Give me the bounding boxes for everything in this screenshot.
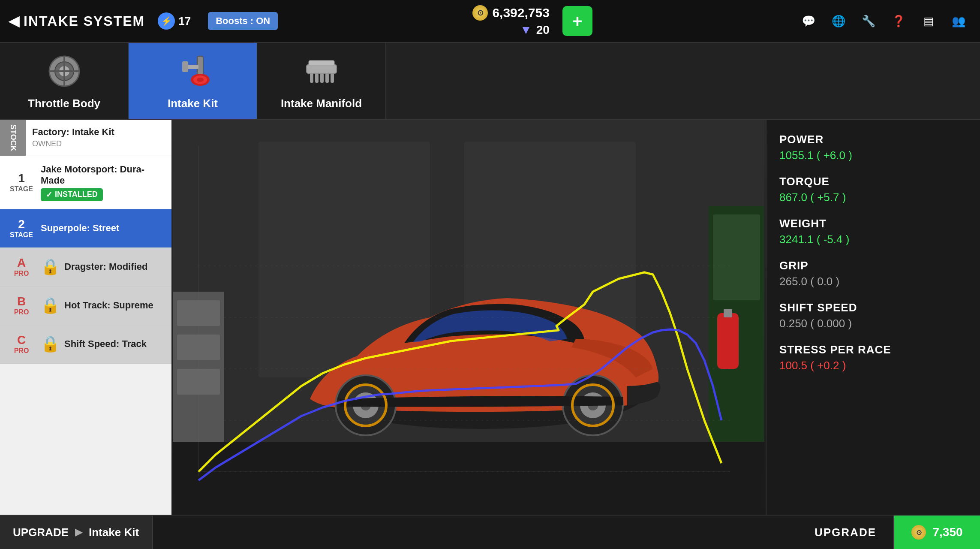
pro-a-badge: A PRO (9, 256, 34, 278)
intake-manifold-icon (300, 50, 343, 93)
main-content: STOCK Factory: Intake Kit OWNED 1 STAGE … (0, 120, 980, 515)
gem-icon: ▼ (520, 23, 532, 37)
upgrade-item-pro-a[interactable]: A PRO 🔒 Dragster: Modified (0, 248, 171, 287)
upgrade-item-stock[interactable]: STOCK Factory: Intake Kit OWNED (0, 120, 171, 156)
intake-kit-icon (171, 50, 214, 93)
cost-coin-icon: ⊙ (911, 525, 926, 540)
upgrade-item-pro-b[interactable]: B PRO 🔒 Hot Track: Supreme (0, 287, 171, 325)
installed-text: INSTALLED (55, 190, 98, 199)
stats-panel: POWER 1055.1 ( +6.0 ) TORQUE 867.0 ( +5.… (766, 120, 980, 515)
menu-icon[interactable]: ▤ (916, 8, 941, 34)
back-button[interactable]: ◀ INTAKE SYSTEM (9, 13, 145, 29)
svg-rect-10 (182, 61, 188, 72)
lock-icon-c: 🔒 (41, 335, 60, 353)
lock-icon-b: 🔒 (41, 296, 60, 314)
throttle-body-icon (43, 50, 86, 93)
gem-row: ▼ 20 (520, 23, 550, 37)
lightning-count: 17 (178, 15, 191, 28)
pro-a-info: Dragster: Modified (64, 261, 163, 272)
power-label: POWER (779, 133, 967, 146)
tab-throttle-body-label: Throttle Body (28, 97, 100, 110)
stage2-num: 2 (18, 217, 25, 231)
pro-c-num: C (17, 333, 26, 347)
shift-speed-label: SHIFT SPEED (779, 301, 967, 314)
svg-rect-28 (713, 214, 760, 300)
svg-rect-13 (315, 73, 319, 83)
upgrade-text: UPGRADE (13, 526, 69, 539)
pro-c-label: PRO (14, 347, 29, 355)
pro-a-name: Dragster: Modified (64, 261, 163, 272)
svg-rect-14 (320, 73, 324, 83)
stress-value: 100.5 ( +0.2 ) (779, 359, 967, 372)
stage1-badge: 1 STAGE (9, 172, 34, 193)
stat-power: POWER 1055.1 ( +6.0 ) (779, 133, 967, 162)
globe-icon[interactable]: 🌐 (826, 8, 851, 34)
weight-label: WEIGHT (779, 217, 967, 230)
stat-stress: STRESS PER RACE 100.5 ( +0.2 ) (779, 343, 967, 372)
upgrade-item-pro-c[interactable]: C PRO 🔒 Shift Speed: Track (0, 325, 171, 364)
boost-badge[interactable]: Boosts : ON (208, 12, 278, 30)
upgrade-item-stage1[interactable]: 1 STAGE Jake Motorsport: Dura-Made ✓ INS… (0, 156, 171, 209)
stage1-num: 1 (18, 172, 25, 185)
pro-a-label: PRO (14, 270, 29, 278)
torque-label: TORQUE (779, 175, 967, 188)
play-icon: ▶ (75, 527, 82, 538)
upgrade-label: UPGRADE ▶ Intake Kit (0, 516, 153, 549)
tab-intake-manifold[interactable]: Intake Manifold (257, 43, 386, 119)
tabs-bar: Throttle Body Intake Kit (0, 43, 980, 120)
tab-intake-kit-label: Intake Kit (168, 97, 218, 110)
svg-rect-11 (307, 65, 337, 73)
svg-rect-29 (717, 313, 739, 369)
pro-b-badge: B PRO (9, 295, 34, 316)
pro-c-name: Shift Speed: Track (64, 338, 163, 350)
upgrade-button[interactable]: UPGRADE (797, 516, 894, 549)
stock-name: Factory: Intake Kit (32, 127, 114, 138)
pro-c-info: Shift Speed: Track (64, 338, 163, 350)
coin-icon: ⊙ (472, 5, 488, 21)
chart-svg (171, 120, 766, 515)
lightning-badge: ⚡ 17 (158, 12, 191, 30)
stage1-info: Jake Motorsport: Dura-Made ✓ INSTALLED (41, 164, 163, 201)
stat-torque: TORQUE 867.0 ( +5.7 ) (779, 175, 967, 204)
power-value: 1055.1 ( +6.0 ) (779, 149, 967, 162)
header-icons: 💬 🌐 🔧 ❓ ▤ 👥 (796, 8, 971, 34)
wrench-icon[interactable]: 🔧 (856, 8, 881, 34)
chat-icon[interactable]: 💬 (796, 8, 821, 34)
upgrade-item-stage2[interactable]: 2 STAGE Superpole: Street (0, 209, 171, 248)
bottom-bar: UPGRADE ▶ Intake Kit UPGRADE ⊙ 7,350 (0, 515, 980, 549)
tab-throttle-body[interactable]: Throttle Body (0, 43, 129, 119)
grip-value: 265.0 ( 0.0 ) (779, 275, 967, 288)
coin-balance: 6,392,753 (492, 6, 549, 20)
pro-c-badge: C PRO (9, 333, 34, 355)
currency-display: ⊙ 6,392,753 ▼ 20 (472, 5, 549, 37)
upgrade-list: STOCK Factory: Intake Kit OWNED 1 STAGE … (0, 120, 171, 515)
shift-speed-value: 0.250 ( 0.000 ) (779, 317, 967, 330)
svg-rect-12 (310, 73, 313, 83)
pro-b-info: Hot Track: Supreme (64, 300, 163, 311)
svg-rect-30 (724, 309, 732, 317)
tab-intake-kit[interactable]: Intake Kit (129, 43, 257, 119)
tab-intake-manifold-label: Intake Manifold (281, 97, 362, 110)
stock-info: Factory: Intake Kit OWNED (26, 120, 121, 156)
stage1-name: Jake Motorsport: Dura-Made (41, 164, 163, 186)
stage2-label: STAGE (10, 231, 33, 239)
stage1-label: STAGE (10, 185, 33, 193)
help-icon[interactable]: ❓ (886, 8, 911, 34)
cost-button[interactable]: ⊙ 7,350 (894, 516, 980, 549)
stage2-name: Superpole: Street (41, 223, 163, 234)
stock-label: STOCK (0, 120, 26, 156)
pro-b-name: Hot Track: Supreme (64, 300, 163, 311)
header-center: ⊙ 6,392,753 ▼ 20 + (278, 5, 787, 37)
stage2-badge: 2 STAGE (9, 217, 34, 239)
page-title: INTAKE SYSTEM (24, 13, 145, 29)
cost-value: 7,350 (932, 525, 962, 539)
svg-point-8 (197, 78, 204, 82)
stress-label: STRESS PER RACE (779, 343, 967, 356)
center-area: POWER TORQUE (171, 120, 766, 515)
social-icon[interactable]: 👥 (946, 8, 971, 34)
stage2-info: Superpole: Street (41, 223, 163, 234)
stat-weight: WEIGHT 3241.1 ( -5.4 ) (779, 217, 967, 246)
add-currency-button[interactable]: + (562, 6, 592, 36)
installed-check-icon: ✓ (46, 190, 52, 199)
svg-rect-9 (186, 65, 198, 69)
